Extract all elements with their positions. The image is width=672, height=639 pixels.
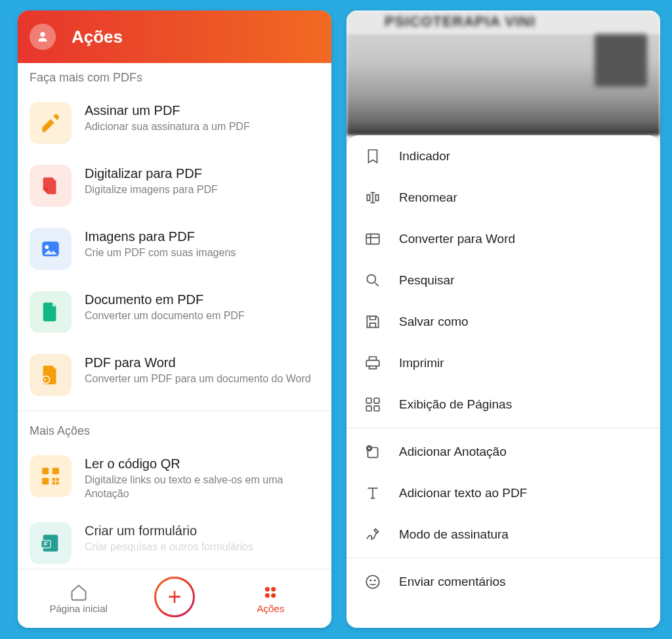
- menu-print[interactable]: Imprimir: [346, 342, 660, 384]
- app-title: Ações: [72, 27, 123, 47]
- svg-point-2: [42, 376, 49, 383]
- note-add-icon: [364, 443, 382, 461]
- menu-divider: [346, 428, 660, 428]
- action-title: Digitalizar para PDF: [85, 166, 320, 181]
- svg-point-13: [265, 587, 270, 592]
- save-icon: [364, 313, 382, 331]
- signature-icon: [364, 525, 382, 544]
- menu-rename[interactable]: Renomear: [346, 177, 660, 218]
- svg-point-1: [45, 245, 49, 249]
- svg-rect-7: [56, 478, 59, 481]
- qr-icon: [30, 455, 72, 497]
- fab-add[interactable]: +: [154, 577, 195, 617]
- action-qr[interactable]: Ler o código QR Digitalize links ou text…: [18, 445, 331, 512]
- menu-bookmark[interactable]: Indicador: [346, 135, 660, 177]
- text-icon: [364, 484, 382, 502]
- nav-actions[interactable]: Ações: [224, 583, 316, 614]
- action-title: Documento em PDF: [85, 292, 320, 307]
- bottom-sheet: Indicador Renomear Converter para Word P…: [346, 135, 660, 628]
- svg-rect-3: [42, 468, 49, 474]
- action-scan-pdf[interactable]: Digitalizar para PDF Digitalize imagens …: [18, 154, 331, 217]
- app-header: Ações: [18, 11, 331, 63]
- search-icon: [364, 271, 382, 290]
- nav-label: Ações: [257, 603, 284, 614]
- svg-rect-21: [366, 406, 371, 411]
- section-label-pdfs: Faça mais com PDFs: [18, 63, 331, 91]
- action-title: Imagens para PDF: [85, 229, 320, 244]
- action-subtitle: Digitalize imagens para PDF: [85, 183, 320, 197]
- menu-page-view[interactable]: Exibição de Páginas: [346, 384, 660, 425]
- menu-label: Adicionar texto ao PDF: [399, 486, 527, 500]
- svg-rect-4: [52, 468, 59, 474]
- action-form[interactable]: F Criar um formulário Criar pesquisas e …: [18, 512, 331, 569]
- menu-label: Salvar como: [399, 315, 469, 329]
- menu-convert-word[interactable]: Converter para Word: [346, 218, 660, 259]
- svg-rect-22: [374, 406, 379, 411]
- menu-label: Modo de assinatura: [399, 527, 509, 542]
- menu-divider: [346, 558, 660, 558]
- svg-text:F: F: [44, 540, 48, 547]
- word-icon: [364, 230, 382, 248]
- profile-icon[interactable]: [30, 24, 56, 50]
- menu-label: Imprimir: [399, 356, 444, 370]
- action-pdf-word[interactable]: PDF para Word Converter um PDF para um d…: [18, 343, 331, 407]
- svg-point-26: [370, 580, 371, 581]
- menu-label: Pesquisar: [399, 273, 455, 288]
- menu-label: Adicionar Anotação: [399, 445, 507, 459]
- action-subtitle: Converter um documento em PDF: [85, 309, 320, 323]
- svg-point-15: [265, 593, 270, 598]
- menu-label: Converter para Word: [399, 232, 515, 246]
- phone-menu-sheet: PSICOTERAPIA VINI Indicador Renomear Con…: [346, 11, 660, 628]
- menu-add-text[interactable]: Adicionar texto ao PDF: [346, 472, 660, 514]
- svg-point-16: [271, 593, 276, 598]
- menu-label: Enviar comentários: [399, 575, 506, 589]
- svg-rect-5: [42, 478, 49, 485]
- menu-signature-mode[interactable]: Modo de assinatura: [346, 514, 660, 555]
- action-title: Criar um formulário: [85, 523, 320, 539]
- action-images-pdf[interactable]: Imagens para PDF Crie um PDF com suas im…: [18, 217, 331, 280]
- svg-point-27: [375, 580, 375, 581]
- document-icon: [30, 291, 72, 333]
- menu-feedback[interactable]: Enviar comentários: [346, 561, 660, 602]
- blurred-title: PSICOTERAPIA VINI: [385, 13, 536, 30]
- svg-rect-8: [52, 482, 55, 485]
- print-icon: [364, 354, 382, 372]
- action-title: Ler o código QR: [85, 456, 320, 472]
- phone-actions-screen: Ações Faça mais com PDFs Assinar um PDF …: [18, 11, 331, 628]
- svg-point-18: [367, 275, 375, 283]
- grid-icon: [364, 395, 382, 414]
- menu-label: Renomear: [399, 190, 457, 205]
- bookmark-icon: [364, 147, 382, 165]
- nav-home[interactable]: Página inicial: [33, 583, 125, 614]
- svg-rect-17: [366, 234, 379, 244]
- scan-icon: [30, 165, 72, 207]
- rename-icon: [364, 188, 382, 207]
- menu-label: Exibição de Páginas: [399, 397, 512, 412]
- action-sign-pdf[interactable]: Assinar um PDF Adicionar sua assinatura …: [18, 91, 331, 154]
- convert-icon: [30, 354, 72, 396]
- svg-point-14: [271, 587, 276, 592]
- section-label-more: Mais Ações: [18, 416, 331, 445]
- pen-icon: [30, 102, 72, 144]
- menu-add-note[interactable]: Adicionar Anotação: [346, 431, 660, 472]
- svg-rect-6: [52, 478, 55, 481]
- svg-rect-19: [366, 398, 371, 403]
- action-subtitle: Adicionar sua assinatura a um PDF: [85, 120, 320, 134]
- action-subtitle: Converter um PDF para um documento do Wo…: [85, 372, 320, 386]
- plus-icon: +: [167, 585, 181, 609]
- bottom-nav: Página inicial + Ações: [18, 569, 331, 628]
- menu-search[interactable]: Pesquisar: [346, 259, 660, 301]
- svg-rect-9: [56, 482, 59, 485]
- nav-label: Página inicial: [49, 603, 107, 614]
- action-subtitle: Criar pesquisas e outros formulários: [85, 540, 320, 554]
- home-icon: [70, 583, 88, 602]
- actions-scroll[interactable]: Faça mais com PDFs Assinar um PDF Adicio…: [18, 63, 331, 569]
- image-icon: [30, 228, 72, 270]
- grid-icon: [261, 583, 280, 602]
- action-subtitle: Digitalize links ou texto e salve-os em …: [85, 474, 320, 501]
- svg-rect-20: [374, 398, 379, 403]
- action-doc-pdf[interactable]: Documento em PDF Converter um documento …: [18, 280, 331, 343]
- form-icon: F: [30, 522, 72, 564]
- action-subtitle: Crie um PDF com suas imagens: [85, 246, 320, 260]
- menu-save-as[interactable]: Salvar como: [346, 301, 660, 342]
